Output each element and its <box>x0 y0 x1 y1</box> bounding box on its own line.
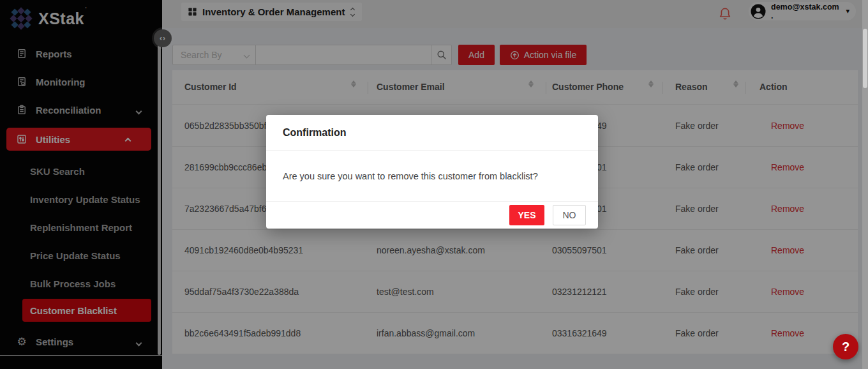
dialog-footer: YES NO <box>266 201 598 229</box>
no-button[interactable]: NO <box>553 205 586 225</box>
dialog-message: Are you sure you want to remove this cus… <box>266 151 598 201</box>
page-scrollbar[interactable] <box>862 0 868 369</box>
confirmation-dialog: Confirmation Are you sure you want to re… <box>266 115 598 229</box>
dialog-title: Confirmation <box>266 115 598 151</box>
scrollbar-thumb[interactable] <box>863 29 867 88</box>
help-button[interactable]: ? <box>833 334 858 359</box>
question-mark-icon: ? <box>842 340 849 354</box>
yes-button[interactable]: YES <box>509 205 544 225</box>
